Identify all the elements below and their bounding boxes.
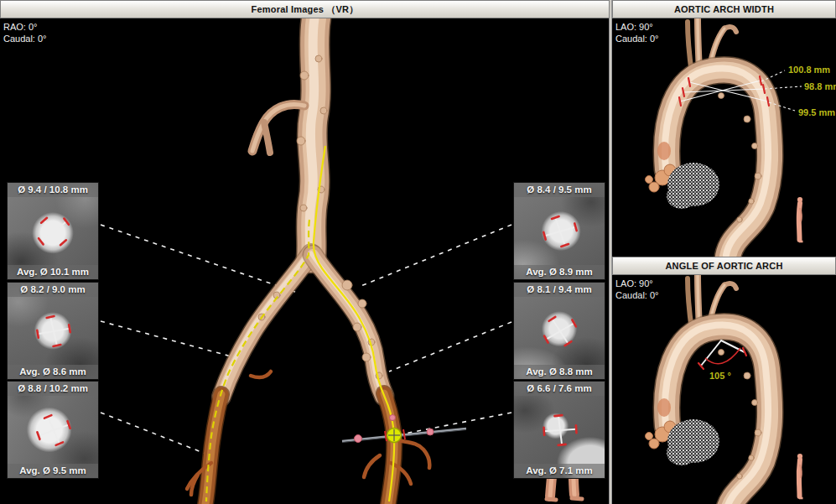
inset-diameter-label: Ø 9.4 / 10.8 mm	[8, 183, 98, 197]
diameter-measurement-icon	[27, 205, 80, 258]
right-inset-3[interactable]: Ø 6.6 / 7.6 mm Avg. Ø 7.1 mm	[513, 381, 605, 479]
femoral-panel-title: Femoral Images （VR）	[252, 3, 359, 16]
inset-average-label: Avg. Ø 9.5 mm	[8, 464, 98, 478]
arch-angle-title: ANGLE OF AORTIC ARCH	[665, 261, 782, 271]
diameter-measurement-icon	[27, 403, 80, 457]
cross-section-marker[interactable]	[342, 415, 466, 443]
arch-width-viewport[interactable]: LAO: 90° Caudal: 0°	[612, 18, 836, 257]
orientation-caudal: Caudal: 0°	[615, 33, 659, 44]
arch-width-title: AORTIC ARCH WIDTH	[674, 4, 774, 14]
inset-diameter-label: Ø 8.8 / 10.2 mm	[8, 382, 98, 396]
inset-average-label: Avg. Ø 10.1 mm	[8, 265, 98, 279]
orientation-caudal: Caudal: 0°	[615, 289, 659, 301]
marker-dot[interactable]	[390, 415, 396, 421]
femoral-panel-titlebar[interactable]: Femoral Images （VR）	[0, 0, 610, 18]
aortic-arch-angle-panel: ANGLE OF AORTIC ARCH LAO: 90° Caudal: 0°	[612, 257, 836, 504]
inset-diameter-label: Ø 6.6 / 7.6 mm	[514, 382, 605, 396]
diameter-measurement-icon	[533, 205, 587, 258]
orientation-lao: LAO: 90°	[615, 278, 659, 289]
inset-diameter-label: Ø 8.1 / 9.4 mm	[514, 283, 605, 297]
orientation-rao: RAO: 0°	[3, 21, 47, 33]
arch-width-titlebar[interactable]: AORTIC ARCH WIDTH	[612, 0, 836, 18]
body-orientation-figure	[797, 197, 803, 242]
inset-average-label: Avg. Ø 8.6 mm	[8, 365, 98, 379]
inset-diameter-label: Ø 8.4 / 9.5 mm	[514, 183, 605, 197]
inset-average-label: Avg. Ø 8.9 mm	[514, 265, 605, 279]
orientation-caudal: Caudal: 0°	[3, 33, 47, 44]
aortic-arch-width-panel: AORTIC ARCH WIDTH LAO: 90° Caudal: 0°	[612, 0, 836, 257]
marker-dot[interactable]	[427, 429, 434, 435]
inset-average-label: Avg. Ø 7.1 mm	[514, 464, 605, 478]
diameter-measurement-icon	[27, 304, 80, 358]
arch-angle-measurement[interactable]: 105 °	[698, 340, 746, 381]
left-inset-2[interactable]: Ø 8.2 / 9.0 mm Avg. Ø 8.6 mm	[7, 282, 99, 380]
aortic-arch-render: 100.8 mm 98.8 mm 99.5 mm	[612, 18, 836, 257]
arch-width-orientation: LAO: 90° Caudal: 0°	[615, 21, 659, 44]
arch-angle-viewport[interactable]: LAO: 90° Caudal: 0° 105 °	[612, 275, 836, 504]
arch-width-value-1: 100.8 mm	[788, 65, 830, 75]
femoral-panel: Femoral Images （VR） RAO: 0° Caudal: 0°	[0, 0, 610, 504]
inset-diameter-label: Ø 8.2 / 9.0 mm	[8, 283, 98, 297]
medical-imaging-workstation: Femoral Images （VR） RAO: 0° Caudal: 0°	[0, 0, 836, 504]
body-orientation-figure	[797, 454, 803, 498]
diameter-measurement-icon	[533, 403, 587, 457]
arch-angle-value: 105 °	[709, 371, 731, 381]
femoral-orientation: RAO: 0° Caudal: 0°	[3, 21, 47, 44]
right-inset-2[interactable]: Ø 8.1 / 9.4 mm Avg. Ø 8.8 mm	[513, 282, 605, 380]
marker-dot[interactable]	[355, 435, 362, 443]
aortic-arch-render: 105 °	[612, 275, 836, 504]
arch-angle-titlebar[interactable]: ANGLE OF AORTIC ARCH	[612, 257, 836, 275]
right-inset-1[interactable]: Ø 8.4 / 9.5 mm Avg. Ø 8.9 mm	[513, 182, 605, 280]
left-inset-3[interactable]: Ø 8.8 / 10.2 mm Avg. Ø 9.5 mm	[7, 381, 99, 479]
left-inset-1[interactable]: Ø 9.4 / 10.8 mm Avg. Ø 10.1 mm	[7, 182, 99, 280]
inset-average-label: Avg. Ø 8.8 mm	[514, 365, 605, 379]
arch-width-value-2: 98.8 mm	[804, 81, 836, 91]
arch-angle-orientation: LAO: 90° Caudal: 0°	[615, 278, 659, 301]
arch-width-value-3: 99.5 mm	[798, 107, 835, 117]
diameter-measurement-icon	[533, 304, 587, 358]
orientation-lao: LAO: 90°	[615, 21, 659, 33]
femoral-viewport[interactable]: RAO: 0° Caudal: 0°	[0, 18, 610, 504]
